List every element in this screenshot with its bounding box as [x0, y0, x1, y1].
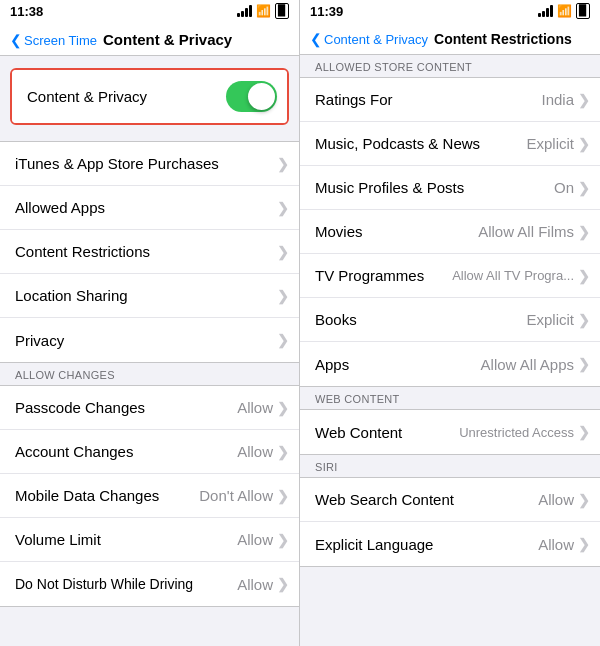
left-panel: 11:38 📶 ▉ ❮ Screen Time Content & Privac… [0, 0, 300, 646]
list-item-books[interactable]: Books Explicit ❯ [300, 298, 600, 342]
list-item-content-restrictions[interactable]: Content Restrictions ❯ [0, 230, 299, 274]
list-item-explicit-language[interactable]: Explicit Language Allow ❯ [300, 522, 600, 566]
list-item-web-search[interactable]: Web Search Content Allow ❯ [300, 478, 600, 522]
right-time: 11:39 [310, 4, 343, 19]
wifi-icon: 📶 [256, 4, 271, 18]
content-privacy-row[interactable]: Content & Privacy [10, 68, 289, 125]
right-signal-icon [538, 5, 553, 17]
allowed-apps-chevron: ❯ [277, 200, 289, 216]
web-search-value: Allow [538, 491, 574, 508]
main-list: iTunes & App Store Purchases ❯ Allowed A… [0, 141, 299, 363]
list-item-allowed-apps[interactable]: Allowed Apps ❯ [0, 186, 299, 230]
movies-value: Allow All Films [478, 223, 574, 240]
toggle-knob [248, 83, 275, 110]
tv-value: Allow All TV Progra... [452, 268, 574, 283]
apps-value: Allow All Apps [481, 356, 574, 373]
list-item-mobile-data[interactable]: Mobile Data Changes Don't Allow ❯ [0, 474, 299, 518]
list-item-music[interactable]: Music, Podcasts & News Explicit ❯ [300, 122, 600, 166]
do-not-disturb-chevron: ❯ [277, 576, 289, 592]
account-changes-chevron: ❯ [277, 444, 289, 460]
right-nav-title: Content Restrictions [434, 31, 572, 47]
privacy-label: Privacy [15, 332, 277, 349]
tv-chevron: ❯ [578, 268, 590, 284]
list-item-itunes[interactable]: iTunes & App Store Purchases ❯ [0, 142, 299, 186]
music-value: Explicit [526, 135, 574, 152]
left-status-bar: 11:38 📶 ▉ [0, 0, 299, 22]
web-content-header: WEB CONTENT [300, 387, 600, 409]
volume-limit-label: Volume Limit [15, 531, 237, 548]
movies-label: Movies [315, 223, 478, 240]
left-back-label: Screen Time [24, 33, 97, 48]
list-item-passcode-changes[interactable]: Passcode Changes Allow ❯ [0, 386, 299, 430]
right-wifi-icon: 📶 [557, 4, 572, 18]
list-item-privacy[interactable]: Privacy ❯ [0, 318, 299, 362]
ratings-value: India [541, 91, 574, 108]
right-back-label: Content & Privacy [324, 32, 428, 47]
volume-limit-value: Allow [237, 531, 273, 548]
web-content-value: Unrestricted Access [459, 425, 574, 440]
list-item-tv[interactable]: TV Programmes Allow All TV Progra... ❯ [300, 254, 600, 298]
list-item-account-changes[interactable]: Account Changes Allow ❯ [0, 430, 299, 474]
left-back-button[interactable]: ❮ Screen Time [10, 32, 97, 48]
list-item-apps[interactable]: Apps Allow All Apps ❯ [300, 342, 600, 386]
music-label: Music, Podcasts & News [315, 135, 526, 152]
music-profiles-label: Music Profiles & Posts [315, 179, 554, 196]
apps-label: Apps [315, 356, 481, 373]
list-item-location-sharing[interactable]: Location Sharing ❯ [0, 274, 299, 318]
books-chevron: ❯ [578, 312, 590, 328]
web-search-chevron: ❯ [578, 492, 590, 508]
web-content-chevron: ❯ [578, 424, 590, 440]
apps-chevron: ❯ [578, 356, 590, 372]
music-chevron: ❯ [578, 136, 590, 152]
content-restrictions-chevron: ❯ [277, 244, 289, 260]
right-battery-icon: ▉ [576, 3, 590, 19]
store-list: Ratings For India ❯ Music, Podcasts & Ne… [300, 77, 600, 387]
privacy-chevron: ❯ [277, 332, 289, 348]
list-item-movies[interactable]: Movies Allow All Films ❯ [300, 210, 600, 254]
web-search-label: Web Search Content [315, 491, 538, 508]
itunes-label: iTunes & App Store Purchases [15, 155, 277, 172]
signal-icon [237, 5, 252, 17]
siri-section: SIRI Web Search Content Allow ❯ Explicit… [300, 455, 600, 567]
list-item-music-profiles[interactable]: Music Profiles & Posts On ❯ [300, 166, 600, 210]
list-item-volume-limit[interactable]: Volume Limit Allow ❯ [0, 518, 299, 562]
left-scroll: Content & Privacy iTunes & App Store Pur… [0, 56, 299, 646]
left-nav-title: Content & Privacy [103, 31, 232, 48]
right-chevron-icon: ❮ [310, 31, 322, 47]
books-value: Explicit [526, 311, 574, 328]
passcode-changes-value: Allow [237, 399, 273, 416]
right-nav-bar: ❮ Content & Privacy Content Restrictions [300, 22, 600, 55]
volume-limit-chevron: ❯ [277, 532, 289, 548]
location-sharing-chevron: ❯ [277, 288, 289, 304]
explicit-language-value: Allow [538, 536, 574, 553]
do-not-disturb-label: Do Not Disturb While Driving [15, 576, 237, 592]
allow-changes-section: ALLOW CHANGES Passcode Changes Allow ❯ A… [0, 363, 299, 607]
tv-label: TV Programmes [315, 267, 452, 284]
mobile-data-value: Don't Allow [199, 487, 273, 504]
allow-changes-list: Passcode Changes Allow ❯ Account Changes… [0, 385, 299, 607]
list-item-do-not-disturb[interactable]: Do Not Disturb While Driving Allow ❯ [0, 562, 299, 606]
ratings-chevron: ❯ [578, 92, 590, 108]
list-item-ratings[interactable]: Ratings For India ❯ [300, 78, 600, 122]
right-back-button[interactable]: ❮ Content & Privacy [310, 31, 428, 47]
left-status-icons: 📶 ▉ [237, 3, 289, 19]
mobile-data-chevron: ❯ [277, 488, 289, 504]
passcode-changes-chevron: ❯ [277, 400, 289, 416]
itunes-chevron: ❯ [277, 156, 289, 172]
right-status-icons: 📶 ▉ [538, 3, 590, 19]
list-item-web-content[interactable]: Web Content Unrestricted Access ❯ [300, 410, 600, 454]
ratings-label: Ratings For [315, 91, 541, 108]
allowed-store-section: ALLOWED STORE CONTENT Ratings For India … [300, 55, 600, 387]
content-privacy-toggle[interactable] [226, 81, 277, 112]
right-scroll: ALLOWED STORE CONTENT Ratings For India … [300, 55, 600, 646]
siri-header: SIRI [300, 455, 600, 477]
allow-changes-header: ALLOW CHANGES [0, 363, 299, 385]
web-content-label: Web Content [315, 424, 459, 441]
right-status-bar: 11:39 📶 ▉ [300, 0, 600, 22]
passcode-changes-label: Passcode Changes [15, 399, 237, 416]
mobile-data-label: Mobile Data Changes [15, 487, 199, 504]
siri-list: Web Search Content Allow ❯ Explicit Lang… [300, 477, 600, 567]
web-list: Web Content Unrestricted Access ❯ [300, 409, 600, 455]
web-content-section: WEB CONTENT Web Content Unrestricted Acc… [300, 387, 600, 455]
right-panel: 11:39 📶 ▉ ❮ Content & Privacy Content Re… [300, 0, 600, 646]
